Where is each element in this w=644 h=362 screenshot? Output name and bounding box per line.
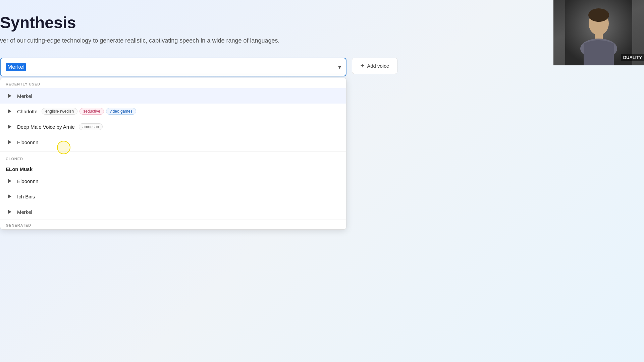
page-title: Synthesis [0,13,397,32]
page-subtitle: ver of our cutting-edge technology to ge… [0,37,397,44]
cloned-label: CLONED [0,153,346,163]
generated-label: GENERATED [0,220,346,229]
play-button-ich-bins[interactable] [6,193,13,200]
watermark: DUALITY [621,54,644,61]
svg-point-2 [588,8,609,22]
main-content: Synthesis ver of our cutting-edge techno… [0,0,397,362]
voice-selector-section: Merkel ▾ RECENTLY USED Merkel [0,58,397,76]
arnie-tags: american [79,123,103,130]
voice-item-ich-bins[interactable]: Ich Bins [0,189,346,204]
voice-name-arnie: Deep Male Voice by Arnie [17,124,75,130]
play-button-charlotte[interactable] [6,108,13,115]
voice-dropdown-menu: RECENTLY USED Merkel Charlotte [0,78,346,230]
svg-marker-8 [8,140,11,144]
dropdown-scrollarea[interactable]: RECENTLY USED Merkel Charlotte [0,78,346,229]
voice-name-ich-bins: Ich Bins [17,194,35,199]
webcam-overlay: DUALITY [553,0,644,65]
voice-name-elooonnn-cloned: Elooonnn [17,178,38,184]
svg-marker-5 [8,94,11,98]
voice-name-charlotte: Charlotte [17,109,38,114]
voice-name-merkel-recent: Merkel [17,93,32,99]
play-button-elooonnn-cloned[interactable] [6,177,13,185]
play-button-merkel-cloned[interactable] [6,208,13,216]
play-button-arnie[interactable] [6,123,13,130]
add-voice-label: Add voice [367,63,389,69]
voice-item-merkel-cloned[interactable]: Merkel [0,204,346,220]
svg-marker-11 [8,210,11,214]
voice-dropdown-wrapper: Merkel ▾ RECENTLY USED Merkel [0,58,346,76]
chevron-down-icon: ▾ [338,63,341,71]
voice-item-charlotte[interactable]: Charlotte english-swedish seductive vide… [0,104,346,119]
play-button-merkel-recent[interactable] [6,92,13,100]
divider-1 [0,151,346,152]
voice-dropdown-trigger[interactable]: Merkel ▾ [0,58,346,76]
voice-name-elooonnn-recent: Elooonnn [17,139,38,145]
tag-english-swedish: english-swedish [42,108,77,115]
cloned-group-elon: ELon Musk [0,163,346,173]
voice-item-elooonnn-cloned[interactable]: Elooonnn [0,173,346,189]
tag-seductive: seductive [79,108,104,115]
tag-video-games: video games [106,108,136,115]
voice-name-merkel-cloned: Merkel [17,209,32,215]
svg-marker-10 [8,194,11,198]
charlotte-tags: english-swedish seductive video games [42,108,136,115]
voice-item-elooonnn-recent[interactable]: Elooonnn [0,134,346,150]
play-button-elooonnn-recent[interactable] [6,138,13,146]
plus-icon: + [360,62,364,70]
svg-marker-9 [8,179,11,183]
recently-used-label: RECENTLY USED [0,78,346,88]
svg-marker-6 [8,109,11,113]
add-voice-button[interactable]: + Add voice [352,58,397,74]
voice-item-arnie[interactable]: Deep Male Voice by Arnie american [0,119,346,134]
svg-marker-7 [8,125,11,129]
voice-item-merkel-recent[interactable]: Merkel [0,88,346,104]
tag-american: american [79,123,103,130]
selected-voice-text: Merkel [6,63,26,71]
